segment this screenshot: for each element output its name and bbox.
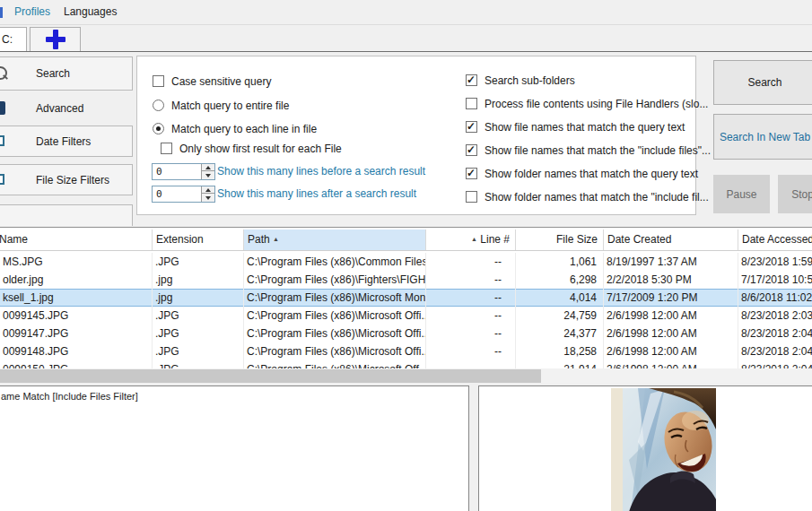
cell-path: C:\Program Files (x86)\Microsoft Mon... [244, 289, 426, 307]
lines-after-spinner[interactable]: 0 [152, 186, 215, 203]
cell-created: 8/19/1997 1:37 AM [604, 253, 738, 271]
column-header-date-accessed[interactable]: Date Accessed [738, 230, 812, 250]
file-size-icon [0, 172, 12, 188]
table-row[interactable]: older.jpg .jpg C:\Program Files (x86)\Fi… [0, 271, 812, 289]
table-header-row: Name Extension Path ▲ ▲ Line # File Size… [0, 230, 812, 251]
show-file-names-include-checkbox[interactable] [466, 144, 477, 156]
cell-path: C:\Program Files (x86)\Microsoft Offi... [244, 325, 426, 342]
sidebar-item-partial[interactable] [0, 204, 133, 226]
table-row[interactable]: 0099145.JPG .JPG C:\Program Files (x86)\… [0, 307, 812, 325]
sidebar-item-file-size-filters[interactable]: File Size Filters [0, 164, 133, 195]
sort-asc-icon: ▲ [471, 236, 477, 242]
sidebar-item-search[interactable]: Search [0, 56, 133, 91]
search-button[interactable]: Search [713, 60, 812, 105]
cell-accessed: 8/23/2018 2:04 [738, 342, 812, 360]
sidebar-item-date-filters[interactable]: Date Filters [0, 126, 133, 157]
advanced-options-panel: Case sensitive query Match query to enti… [136, 56, 696, 215]
lines-after-link[interactable]: Show this many lines after a search resu… [217, 187, 416, 200]
cell-size: 1,061 [516, 253, 604, 271]
horizontal-scrollbar[interactable] [0, 368, 812, 384]
scrollbar-thumb[interactable] [0, 369, 541, 383]
table-row-selected[interactable]: ksell_1.jpg .jpg C:\Program Files (x86)\… [0, 289, 812, 307]
cell-size: 18,258 [516, 342, 604, 360]
search-in-new-tab-button[interactable]: Search In New Tab [713, 114, 812, 160]
cell-extension: .JPG [153, 342, 244, 360]
show-file-names-include-label: Show file names that match the "include … [485, 144, 711, 157]
cell-extension: .JPG [153, 325, 244, 342]
cell-created: 7/17/2009 1:20 PM [604, 289, 738, 307]
cell-line: -- [426, 360, 516, 368]
cell-created: 2/6/1998 12:00 AM [604, 342, 738, 360]
column-header-extension[interactable]: Extension [153, 230, 244, 250]
file-handlers-checkbox[interactable] [466, 98, 477, 109]
show-folder-names-query-checkbox[interactable] [466, 168, 477, 179]
column-header-date-created[interactable]: Date Created [604, 230, 738, 250]
column-header-line[interactable]: ▲ Line # [426, 230, 516, 250]
cell-size: 21,914 [516, 360, 604, 368]
first-result-only-checkbox[interactable] [161, 143, 172, 154]
match-detail-panel: ame Match [Include Files Filter] [0, 385, 469, 511]
match-type-label: ame Match [Include Files Filter] [1, 391, 138, 402]
preview-image [611, 388, 716, 511]
stop-button[interactable]: Stop [778, 175, 812, 213]
cell-name: MS.JPG [0, 253, 153, 271]
cell-size: 4,014 [516, 289, 604, 307]
match-each-line-label: Match query to each line in file [171, 123, 317, 135]
show-folder-names-include-checkbox[interactable] [466, 191, 477, 203]
cell-extension: .JPG [153, 253, 244, 271]
menu-bar: Profiles Languages [0, 0, 812, 25]
lines-after-value: 0 [156, 188, 162, 200]
sidebar-item-label: File Size Filters [36, 174, 109, 186]
cell-name: 0099147.JPG [0, 325, 153, 342]
cell-line: -- [426, 325, 516, 342]
sidebar-item-advanced[interactable]: Advanced [0, 94, 133, 123]
lines-before-value: 0 [156, 166, 162, 178]
cell-name: 0099148.JPG [0, 342, 153, 360]
spin-up-icon[interactable] [201, 164, 214, 171]
cell-line: -- [426, 271, 516, 289]
cell-line: -- [426, 289, 516, 307]
case-sensitive-checkbox[interactable] [153, 75, 164, 87]
cell-extension: .jpg [153, 289, 244, 307]
cell-accessed: 8/6/2018 11:02 [738, 289, 812, 307]
column-header-path[interactable]: Path ▲ [244, 230, 426, 250]
search-subfolders-checkbox[interactable] [466, 74, 477, 86]
tab-drive-c[interactable]: C: [0, 27, 27, 51]
cell-path: C:\Program Files (x86)\Microsoft Off... [244, 360, 426, 368]
match-each-line-radio[interactable] [153, 123, 164, 134]
cell-created: 2/6/1998 12:00 AM [604, 307, 738, 325]
cell-path: C:\Program Files (x86)\Fighters\FIGH... [244, 271, 426, 289]
menu-item-profiles[interactable]: Profiles [14, 5, 50, 18]
cell-created: 2/2/2018 5:30 PM [604, 271, 738, 289]
table-row[interactable]: 0099148.JPG .JPG C:\Program Files (x86)\… [0, 342, 812, 360]
table-row[interactable]: 0099150.JPG .JPG C:\Program Files (x86)\… [0, 360, 812, 368]
column-header-name[interactable]: Name [0, 230, 153, 250]
search-subfolders-label: Search sub-folders [485, 74, 575, 87]
lines-before-link[interactable]: Show this many lines before a search res… [217, 165, 425, 178]
cell-size: 6,298 [516, 271, 604, 289]
lines-before-spinner[interactable]: 0 [152, 163, 215, 180]
match-entire-file-label: Match query to entire file [171, 100, 289, 112]
show-file-names-query-checkbox[interactable] [466, 121, 477, 133]
cell-line: -- [426, 307, 516, 325]
cell-extension: .JPG [153, 307, 244, 325]
cell-accessed: 8/23/2018 2:04 [738, 325, 812, 342]
preview-panel [478, 385, 812, 511]
show-file-names-query-label: Show file names that match the query tex… [485, 121, 685, 134]
show-folder-names-include-label: Show folder names that match the "includ… [485, 191, 709, 204]
cell-size: 24,377 [516, 325, 604, 342]
pause-button[interactable]: Pause [713, 175, 770, 213]
tab-strip-divider [0, 51, 812, 52]
table-row[interactable]: MS.JPG .JPG C:\Program Files (x86)\Commo… [0, 253, 812, 271]
cell-name: 0099150.JPG [0, 360, 153, 368]
calendar-icon [0, 134, 12, 150]
spin-up-icon[interactable] [201, 186, 214, 194]
spin-down-icon[interactable] [201, 194, 214, 202]
add-tab-button[interactable] [30, 27, 81, 51]
spin-down-icon[interactable] [201, 171, 214, 179]
column-header-file-size[interactable]: File Size [516, 230, 604, 250]
match-entire-file-radio[interactable] [153, 100, 164, 111]
table-row[interactable]: 0099147.JPG .JPG C:\Program Files (x86)\… [0, 325, 812, 342]
menu-item-languages[interactable]: Languages [64, 5, 117, 18]
add-tab-icon [46, 30, 65, 49]
